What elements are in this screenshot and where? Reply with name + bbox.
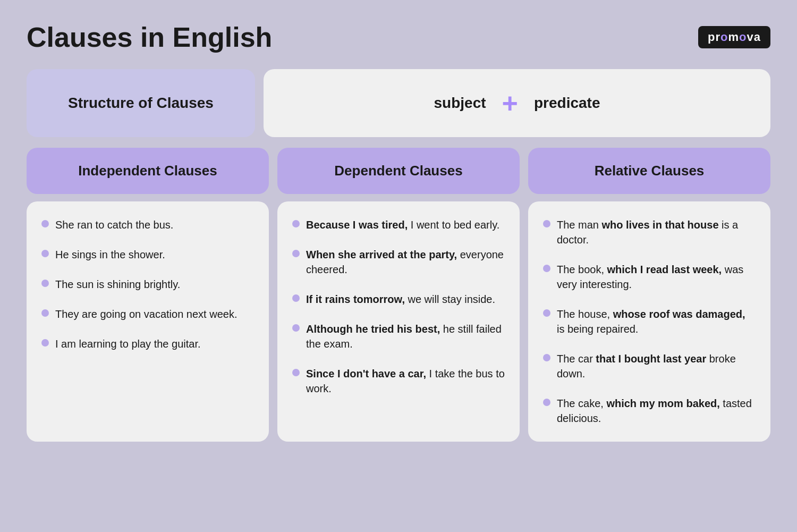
list-item: When she arrived at the party, everyone … [292, 247, 505, 277]
list-item: They are going on vacation next week. [41, 307, 254, 322]
structure-card: Structure of Clauses [27, 69, 255, 137]
column-body-relative: The man who lives in that house is a doc… [528, 201, 770, 442]
bullet-dot [543, 220, 550, 227]
bullet-text: The house, whose roof was damaged, is be… [557, 307, 756, 336]
bullet-dot [41, 309, 49, 317]
top-section: Structure of Clauses subject + predicate [27, 69, 770, 137]
list-item: Although he tried his best, he still fai… [292, 322, 505, 351]
column-header-dependent: Dependent Clauses [277, 148, 520, 194]
bullet-text: Although he tried his best, he still fai… [306, 322, 505, 351]
column-header-independent: Independent Clauses [27, 148, 269, 194]
list-item: The book, which I read last week, was ve… [543, 262, 756, 292]
bullet-text: The car that I bought last year broke do… [557, 351, 756, 381]
list-item: The house, whose roof was damaged, is be… [543, 307, 756, 336]
column-body-independent: She ran to catch the bus.He sings in the… [27, 201, 269, 442]
column-body-dependent: Because I was tired, I went to bed early… [277, 201, 520, 442]
logo-text: promova [708, 30, 761, 44]
list-item: She ran to catch the bus. [41, 217, 254, 232]
plus-sign: + [502, 89, 518, 117]
list-item: If it rains tomorrow, we will stay insid… [292, 292, 505, 307]
bullet-dot [543, 265, 550, 272]
bullet-text: The sun is shining brightly. [55, 277, 254, 292]
bullet-text: When she arrived at the party, everyone … [306, 247, 505, 277]
bullet-dot [41, 280, 49, 287]
column-title-relative: Relative Clauses [539, 163, 760, 179]
logo: promova [698, 26, 770, 48]
bullet-dot [543, 309, 550, 317]
bullet-text: Since I don't have a car, I take the bus… [306, 366, 505, 396]
bullet-text: The man who lives in that house is a doc… [557, 217, 756, 247]
list-item: The cake, which my mom baked, tasted del… [543, 396, 756, 426]
formula-subject: subject [434, 95, 486, 112]
bullet-text: I am learning to play the guitar. [55, 336, 254, 351]
bullet-dot [41, 339, 49, 347]
structure-title: Structure of Clauses [68, 95, 214, 112]
bullet-dot [292, 369, 300, 376]
bullet-dot [292, 250, 300, 257]
bullet-dot [292, 324, 300, 332]
bullet-text: She ran to catch the bus. [55, 217, 254, 232]
formula-predicate: predicate [534, 95, 600, 112]
list-item: I am learning to play the guitar. [41, 336, 254, 351]
column-dependent: Dependent ClausesBecause I was tired, I … [277, 148, 520, 442]
list-item: He sings in the shower. [41, 247, 254, 262]
list-item: The man who lives in that house is a doc… [543, 217, 756, 247]
bullet-dot [41, 250, 49, 257]
column-relative: Relative ClausesThe man who lives in tha… [528, 148, 770, 442]
page-title: Clauses in English [27, 21, 272, 53]
list-item: Because I was tired, I went to bed early… [292, 217, 505, 232]
bullet-dot [543, 354, 550, 361]
bullet-dot [543, 399, 550, 406]
column-header-relative: Relative Clauses [528, 148, 770, 194]
bullet-text: Because I was tired, I went to bed early… [306, 217, 505, 232]
column-title-dependent: Dependent Clauses [288, 163, 509, 179]
bullet-text: If it rains tomorrow, we will stay insid… [306, 292, 505, 307]
list-item: Since I don't have a car, I take the bus… [292, 366, 505, 396]
bullet-dot [41, 220, 49, 227]
bullet-text: They are going on vacation next week. [55, 307, 254, 322]
bullet-text: The book, which I read last week, was ve… [557, 262, 756, 292]
bullet-text: He sings in the shower. [55, 247, 254, 262]
column-independent: Independent ClausesShe ran to catch the … [27, 148, 269, 442]
bullet-dot [292, 294, 300, 302]
column-title-independent: Independent Clauses [37, 163, 258, 179]
bullet-dot [292, 220, 300, 227]
list-item: The car that I bought last year broke do… [543, 351, 756, 381]
bullet-text: The cake, which my mom baked, tasted del… [557, 396, 756, 426]
list-item: The sun is shining brightly. [41, 277, 254, 292]
formula-card: subject + predicate [264, 69, 770, 137]
columns-row: Independent ClausesShe ran to catch the … [27, 148, 770, 442]
